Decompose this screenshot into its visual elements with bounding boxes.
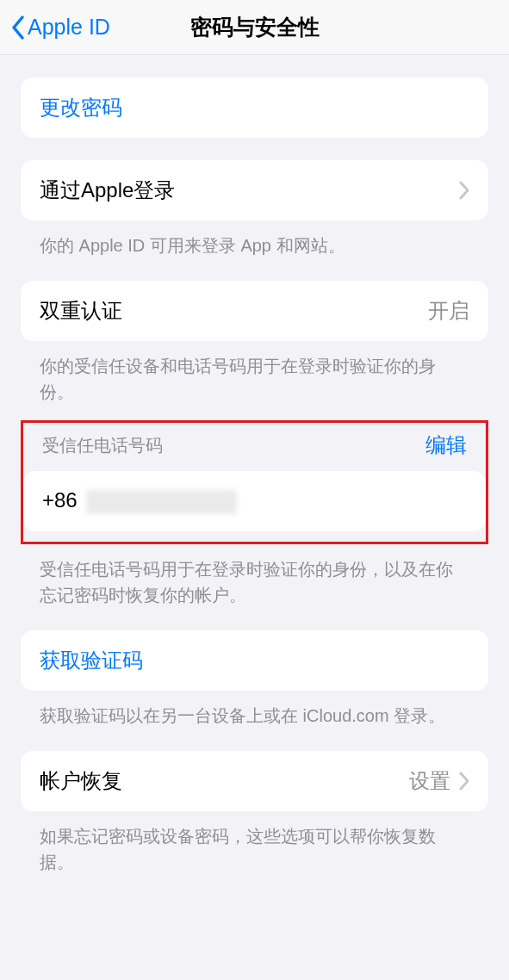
row-get-code[interactable]: 获取验证码 [21, 630, 488, 691]
change-password-label: 更改密码 [40, 94, 122, 121]
row-account-recovery[interactable]: 帐户恢复 设置 [21, 751, 488, 811]
chevron-left-icon [10, 15, 26, 40]
two-factor-label: 双重认证 [40, 297, 122, 325]
group-account-recovery: 帐户恢复 设置 如果忘记密码或设备密码，这些选项可以帮你恢复数据。 [0, 751, 509, 875]
navbar: Apple ID 密码与安全性 [0, 0, 509, 55]
trusted-phone-footer: 受信任电话号码用于在登录时验证你的身份，以及在你忘记密码时恢复你的帐户。 [21, 556, 488, 608]
trusted-phone-prefix: +86 [42, 488, 78, 512]
sign-in-apple-chevron [459, 181, 469, 200]
card-two-factor: 双重认证 开启 [21, 281, 488, 341]
card-sign-in-apple: 通过Apple登录 [21, 160, 488, 220]
trusted-phone-header: 受信任电话号码 [42, 434, 163, 457]
group-sign-in-apple: 通过Apple登录 你的 Apple ID 可用来登录 App 和网站。 [0, 160, 509, 258]
trusted-phone-header-row: 受信任电话号码 编辑 [23, 423, 486, 468]
chevron-right-icon [459, 181, 469, 200]
account-recovery-value-wrap: 设置 [409, 767, 469, 795]
card-change-password: 更改密码 [21, 78, 488, 138]
get-code-label: 获取验证码 [40, 647, 143, 674]
card-account-recovery: 帐户恢复 设置 [21, 751, 488, 811]
sign-in-apple-footer: 你的 Apple ID 可用来登录 App 和网站。 [21, 233, 488, 258]
row-sign-in-apple[interactable]: 通过Apple登录 [21, 160, 488, 220]
chevron-right-icon [459, 772, 469, 791]
back-label: Apple ID [28, 15, 110, 40]
group-two-factor: 双重认证 开启 你的受信任设备和电话号码用于在登录时验证你的身份。 [0, 281, 509, 405]
row-two-factor[interactable]: 双重认证 开启 [21, 281, 488, 341]
get-code-footer: 获取验证码以在另一台设备上或在 iCloud.com 登录。 [21, 703, 488, 729]
sign-in-apple-label: 通过Apple登录 [40, 177, 175, 204]
row-change-password[interactable]: 更改密码 [21, 78, 488, 138]
back-button[interactable]: Apple ID [10, 15, 110, 40]
edit-button[interactable]: 编辑 [425, 431, 467, 459]
row-trusted-phone[interactable]: +86 [23, 471, 486, 531]
two-factor-value: 开启 [428, 297, 469, 325]
redacted-block [86, 490, 237, 514]
two-factor-footer: 你的受信任设备和电话号码用于在登录时验证你的身份。 [21, 353, 488, 405]
page-title: 密码与安全性 [190, 13, 320, 41]
account-recovery-label: 帐户恢复 [40, 767, 122, 795]
card-get-code: 获取验证码 [21, 630, 488, 691]
card-trusted-phone: +86 [23, 471, 486, 531]
group-change-password: 更改密码 [0, 78, 509, 138]
trusted-phone-number: +86 [42, 488, 237, 514]
group-get-code: 获取验证码 获取验证码以在另一台设备上或在 iCloud.com 登录。 [0, 630, 509, 729]
highlight-trusted-phone: 受信任电话号码 编辑 +86 [21, 420, 488, 544]
account-recovery-value: 设置 [409, 767, 450, 795]
account-recovery-footer: 如果忘记密码或设备密码，这些选项可以帮你恢复数据。 [21, 823, 488, 875]
content: 更改密码 通过Apple登录 你的 Apple ID 可用来登录 App 和网站… [0, 78, 509, 909]
